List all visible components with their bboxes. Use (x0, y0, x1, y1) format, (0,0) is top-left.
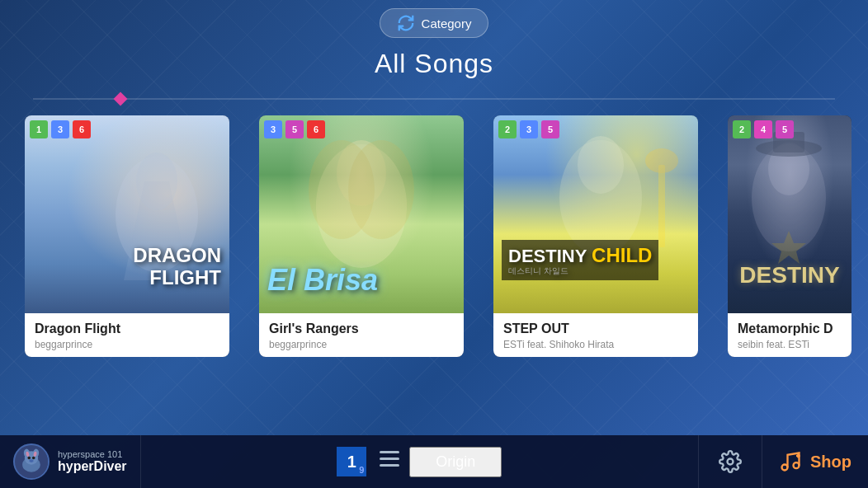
user-avatar (13, 443, 50, 480)
dragon-title: Dragon Flight (35, 321, 219, 336)
girls-title: Girl's Rangers (269, 321, 454, 336)
song-image-dragon-flight: 1 3 6 DRAGONFLIGHT (25, 115, 229, 313)
svg-point-10 (645, 148, 678, 173)
slider-container (0, 89, 868, 109)
list-icon-button[interactable] (370, 451, 409, 472)
svg-point-6 (348, 140, 414, 239)
shop-section[interactable]: Shop (762, 435, 868, 488)
rank-badge: 1 9 (337, 447, 366, 476)
rank-label: 1 (347, 453, 356, 472)
badge-3s: 3 (520, 120, 538, 138)
stepout-logo: DESTINY CHILD 데스티니 차일드 (502, 240, 658, 280)
dragon-artist: beggarprince (35, 339, 219, 350)
stepout-title: STEP OUT (503, 321, 688, 336)
svg-rect-28 (380, 464, 399, 467)
svg-point-29 (728, 459, 734, 465)
category-label: Category (422, 16, 472, 30)
badge-5g: 5 (285, 120, 304, 138)
gear-icon (719, 450, 742, 473)
svg-point-31 (794, 462, 800, 468)
svg-rect-27 (380, 458, 399, 460)
slider-line (33, 99, 835, 100)
list-icon (380, 451, 399, 467)
difficulty-badges-stepout: 2 3 5 (498, 120, 559, 138)
user-subtitle: hyperspace 101 (58, 449, 127, 459)
refresh-icon (397, 14, 415, 32)
badge-4m: 4 (754, 120, 772, 138)
stepout-info: STEP OUT ESTi feat. Shihoko Hirata (493, 313, 698, 357)
avatar-image (15, 443, 48, 480)
song-card-girls-rangers[interactable]: 3 5 6 El Brisa Girl's Rangers beggarprin… (259, 115, 464, 357)
title-section: All Songs (0, 42, 868, 89)
bottom-bar: hyperspace 101 hyperDiver 1 9 Origin (0, 435, 868, 488)
settings-button[interactable] (699, 435, 762, 488)
song-image-girls: 3 5 6 El Brisa (259, 115, 464, 313)
top-bar: Category (0, 0, 868, 42)
girls-logo: El Brisa (267, 264, 378, 297)
badge-1: 1 (30, 120, 48, 138)
user-info: hyperspace 101 hyperDiver (58, 449, 127, 474)
dragon-logo: DRAGONFLIGHT (133, 245, 221, 289)
songs-wrapper: 1 3 6 DRAGONFLIGHT Dragon Flight beggarp… (0, 115, 868, 357)
origin-button[interactable]: Origin (409, 447, 502, 477)
dragon-info: Dragon Flight beggarprince (25, 313, 229, 357)
song-card-metamorphic[interactable]: 2 4 5 DESTINY Metamorphic D seibin feat.… (728, 115, 851, 357)
badge-5s: 5 (541, 120, 559, 138)
girls-artist: beggarprince (269, 339, 454, 350)
rank-number: 9 (359, 465, 364, 475)
song-image-meta: 2 4 5 DESTINY (728, 115, 851, 313)
meta-artist: seibin feat. ESTi (738, 339, 842, 350)
songs-row: 1 3 6 DRAGONFLIGHT Dragon Flight beggarp… (25, 115, 843, 357)
origin-label: Origin (436, 453, 475, 471)
svg-point-23 (27, 457, 31, 460)
meta-title: Metamorphic D (738, 321, 842, 336)
song-card-dragon-flight[interactable]: 1 3 6 DRAGONFLIGHT Dragon Flight beggarp… (25, 115, 229, 357)
svg-point-24 (32, 457, 35, 460)
badge-3: 3 (51, 120, 69, 138)
center-controls: 1 9 Origin (141, 447, 698, 477)
meta-logo: DESTINY (728, 263, 851, 289)
stepout-artist: ESTi feat. Shihoko Hirata (503, 339, 688, 350)
badge-2s: 2 (498, 120, 517, 138)
badge-2m: 2 (733, 120, 751, 138)
slider-thumb[interactable] (114, 92, 128, 106)
user-section: hyperspace 101 hyperDiver (0, 435, 141, 488)
svg-rect-9 (658, 165, 665, 247)
badge-6: 6 (73, 120, 91, 138)
badge-5m: 5 (776, 120, 794, 138)
svg-point-8 (578, 136, 624, 194)
right-controls: Shop (698, 435, 868, 488)
difficulty-badges-girls: 3 5 6 (264, 120, 325, 138)
category-button[interactable]: Category (380, 8, 489, 38)
badge-3g: 3 (264, 120, 282, 138)
badge-6g: 6 (307, 120, 325, 138)
meta-info: Metamorphic D seibin feat. ESTi (728, 313, 851, 357)
stepout-art (493, 115, 698, 313)
svg-point-25 (29, 459, 33, 462)
difficulty-badges-meta: 2 4 5 (733, 120, 794, 138)
song-card-step-out[interactable]: 2 3 5 DESTINY CHILD 데스티니 차일드 STEP OUT ES… (493, 115, 698, 357)
user-name: hyperDiver (58, 459, 127, 474)
song-image-stepout: 2 3 5 DESTINY CHILD 데스티니 차일드 (493, 115, 698, 313)
note-plus-icon (779, 450, 802, 473)
page-title: All Songs (0, 49, 868, 79)
svg-point-30 (782, 465, 788, 471)
shop-label: Shop (810, 453, 851, 472)
difficulty-badges-dragon: 1 3 6 (30, 120, 91, 138)
girls-info: Girl's Rangers beggarprince (259, 313, 464, 357)
svg-rect-26 (380, 451, 399, 453)
